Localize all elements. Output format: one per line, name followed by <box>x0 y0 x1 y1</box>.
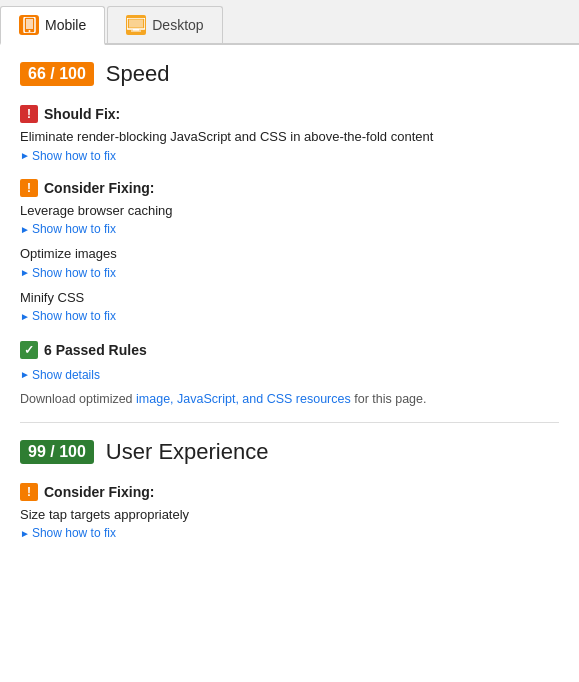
arrow-icon: ► <box>20 528 30 539</box>
ux-score-row: 99 / 100 User Experience <box>20 439 559 465</box>
main-content: 66 / 100 Speed ! Should Fix: Eliminate r… <box>0 45 579 570</box>
consider-fixing-item-1: Optimize images ► Show how to fix <box>20 246 559 280</box>
arrow-icon: ► <box>20 311 30 322</box>
passed-rules-section: ✓ 6 Passed Rules ► Show details <box>20 341 559 382</box>
speed-score-badge: 66 / 100 <box>20 62 94 86</box>
ux-consider-fixing-icon: ! <box>20 483 38 501</box>
should-fix-label: Should Fix: <box>44 106 120 122</box>
should-fix-item-0: Eliminate render-blocking JavaScript and… <box>20 129 559 163</box>
passed-rules-header: ✓ 6 Passed Rules <box>20 341 559 359</box>
tab-desktop-label: Desktop <box>152 17 203 33</box>
mobile-icon <box>19 15 39 35</box>
desktop-icon <box>126 15 146 35</box>
svg-rect-6 <box>131 31 141 32</box>
consider-fixing-item-0-title: Leverage browser caching <box>20 203 559 218</box>
ux-consider-fixing-item-0: Size tap targets appropriately ► Show ho… <box>20 507 559 541</box>
svg-rect-1 <box>26 19 33 29</box>
download-prefix: Download optimized <box>20 392 136 406</box>
arrow-icon: ► <box>20 267 30 278</box>
speed-score-row: 66 / 100 Speed <box>20 61 559 87</box>
download-suffix: for this page. <box>351 392 427 406</box>
consider-fixing-item-2-title: Minify CSS <box>20 290 559 305</box>
consider-fixing-item-2: Minify CSS ► Show how to fix <box>20 290 559 324</box>
consider-fixing-header: ! Consider Fixing: <box>20 179 559 197</box>
download-resources-link[interactable]: image, JavaScript, and CSS resources <box>136 392 351 406</box>
speed-title: Speed <box>106 61 170 87</box>
passed-rules-label: 6 Passed Rules <box>44 342 147 358</box>
ux-show-link-0[interactable]: ► Show how to fix <box>20 526 116 540</box>
show-details-link[interactable]: ► Show details <box>20 368 100 382</box>
consider-fixing-icon: ! <box>20 179 38 197</box>
ux-consider-fixing-header: ! Consider Fixing: <box>20 483 559 501</box>
passed-rules-icon: ✓ <box>20 341 38 359</box>
arrow-icon: ► <box>20 224 30 235</box>
arrow-icon: ► <box>20 369 30 380</box>
consider-fixing-label: Consider Fixing: <box>44 180 154 196</box>
consider-fixing-item-0: Leverage browser caching ► Show how to f… <box>20 203 559 237</box>
consider-fixing-show-link-2[interactable]: ► Show how to fix <box>20 309 116 323</box>
should-fix-show-link-0[interactable]: ► Show how to fix <box>20 149 116 163</box>
tab-mobile[interactable]: Mobile <box>0 6 105 45</box>
should-fix-item-0-title: Eliminate render-blocking JavaScript and… <box>20 129 559 144</box>
ux-title: User Experience <box>106 439 269 465</box>
should-fix-header: ! Should Fix: <box>20 105 559 123</box>
consider-fixing-show-link-1[interactable]: ► Show how to fix <box>20 266 116 280</box>
tab-bar: Mobile Desktop <box>0 0 579 45</box>
tab-mobile-label: Mobile <box>45 17 86 33</box>
ux-score-badge: 99 / 100 <box>20 440 94 464</box>
ux-consider-fixing-item-0-title: Size tap targets appropriately <box>20 507 559 522</box>
svg-rect-5 <box>133 29 139 31</box>
tab-desktop[interactable]: Desktop <box>107 6 222 43</box>
should-fix-icon: ! <box>20 105 38 123</box>
consider-fixing-show-link-0[interactable]: ► Show how to fix <box>20 222 116 236</box>
arrow-icon: ► <box>20 150 30 161</box>
svg-point-2 <box>28 30 30 32</box>
consider-fixing-item-1-title: Optimize images <box>20 246 559 261</box>
ux-consider-fixing-label: Consider Fixing: <box>44 484 154 500</box>
download-line: Download optimized image, JavaScript, an… <box>20 392 559 423</box>
svg-rect-4 <box>129 20 143 28</box>
